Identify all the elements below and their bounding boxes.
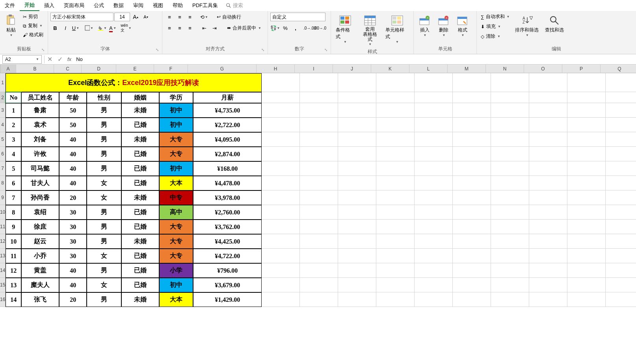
- cell[interactable]: [415, 234, 453, 249]
- cell[interactable]: [606, 234, 636, 249]
- data-cell[interactable]: 已婚: [121, 205, 159, 220]
- fill-color-button[interactable]: ▼: [98, 24, 107, 32]
- cell[interactable]: [453, 234, 491, 249]
- cell[interactable]: [453, 147, 491, 161]
- data-cell[interactable]: 女: [87, 278, 121, 292]
- number-format-select[interactable]: [270, 13, 325, 21]
- cell[interactable]: [338, 220, 376, 234]
- data-cell[interactable]: 袁术: [21, 118, 59, 132]
- cut-button[interactable]: ✂剪切: [21, 13, 45, 21]
- cell[interactable]: [567, 147, 606, 161]
- cell[interactable]: [606, 92, 636, 103]
- cell[interactable]: [376, 249, 415, 263]
- cell[interactable]: [415, 292, 453, 307]
- cell[interactable]: [453, 249, 491, 263]
- cell[interactable]: [338, 292, 376, 307]
- cell[interactable]: [338, 118, 376, 132]
- cell[interactable]: [491, 176, 529, 190]
- cell[interactable]: [529, 263, 567, 278]
- tab-pdf[interactable]: PDF工具集: [188, 0, 223, 11]
- align-middle-button[interactable]: ≡: [175, 13, 184, 21]
- data-cell[interactable]: 11: [6, 249, 21, 263]
- data-cell[interactable]: 司马懿: [21, 161, 59, 176]
- col-header-F[interactable]: F: [154, 65, 188, 73]
- cell[interactable]: [606, 190, 636, 205]
- data-cell[interactable]: 已婚: [121, 249, 159, 263]
- data-cell[interactable]: 已婚: [121, 278, 159, 292]
- data-cell[interactable]: 中专: [159, 190, 193, 205]
- cell[interactable]: [338, 176, 376, 190]
- cell[interactable]: [338, 190, 376, 205]
- data-cell[interactable]: 40: [59, 176, 87, 190]
- cell[interactable]: [529, 292, 567, 307]
- cell[interactable]: [453, 176, 491, 190]
- data-cell[interactable]: 未婚: [121, 103, 159, 118]
- cell[interactable]: [567, 176, 606, 190]
- data-cell[interactable]: 50: [59, 118, 87, 132]
- data-cell[interactable]: 大本: [159, 292, 193, 307]
- data-cell[interactable]: 未婚: [121, 234, 159, 249]
- decrease-decimal-button[interactable]: .00→.0: [315, 24, 325, 32]
- cell[interactable]: [376, 263, 415, 278]
- col-header-H[interactable]: H: [257, 65, 295, 73]
- cell[interactable]: [415, 161, 453, 176]
- data-cell[interactable]: 未婚: [121, 132, 159, 147]
- data-cell[interactable]: 30: [59, 234, 87, 249]
- data-cell[interactable]: 大专: [159, 220, 193, 234]
- cell[interactable]: [338, 278, 376, 292]
- title-cell[interactable]: Excel函数公式：Excel2019应用技巧解读: [6, 73, 262, 92]
- data-cell[interactable]: 大本: [159, 176, 193, 190]
- data-cell[interactable]: 30: [59, 220, 87, 234]
- font-name-select[interactable]: [50, 13, 113, 21]
- name-box[interactable]: A2 ▼: [2, 55, 42, 64]
- data-cell[interactable]: 已婚: [121, 118, 159, 132]
- cell[interactable]: [567, 278, 606, 292]
- cells-area[interactable]: Excel函数公式：Excel2019应用技巧解读No员工姓名年龄性别婚姻学历月…: [6, 73, 636, 307]
- cell[interactable]: [606, 73, 636, 92]
- cell[interactable]: [300, 132, 338, 147]
- data-cell[interactable]: 甘夫人: [21, 176, 59, 190]
- border-button[interactable]: ▼: [84, 24, 94, 32]
- cell[interactable]: [300, 103, 338, 118]
- row-header-5[interactable]: 5: [0, 132, 6, 147]
- table-format-button[interactable]: 套用 表格格式▼: [358, 13, 381, 48]
- data-cell[interactable]: ¥1,429.00: [193, 292, 262, 307]
- data-cell[interactable]: 5: [6, 161, 21, 176]
- cell[interactable]: [376, 103, 415, 118]
- row-header-1[interactable]: 1: [0, 73, 6, 92]
- cell[interactable]: [338, 263, 376, 278]
- format-painter-button[interactable]: 🖌格式刷: [21, 31, 45, 39]
- row-header-3[interactable]: 3: [0, 103, 6, 118]
- dialog-launcher-icon[interactable]: ⤡: [324, 48, 329, 52]
- cell[interactable]: [606, 249, 636, 263]
- cell[interactable]: [453, 73, 491, 92]
- data-cell[interactable]: 13: [6, 278, 21, 292]
- cell[interactable]: [453, 220, 491, 234]
- cell[interactable]: [262, 161, 300, 176]
- data-cell[interactable]: ¥3,978.00: [193, 190, 262, 205]
- data-cell[interactable]: 10: [6, 234, 21, 249]
- data-cell[interactable]: 14: [6, 292, 21, 307]
- data-cell[interactable]: 30: [59, 205, 87, 220]
- cell[interactable]: [567, 292, 606, 307]
- cell[interactable]: [376, 292, 415, 307]
- row-header-11[interactable]: 11: [0, 220, 6, 234]
- header-cell[interactable]: 员工姓名: [21, 92, 59, 103]
- cell[interactable]: [338, 92, 376, 103]
- header-cell[interactable]: 年龄: [59, 92, 87, 103]
- cell[interactable]: [262, 73, 300, 92]
- data-cell[interactable]: 大专: [159, 234, 193, 249]
- data-cell[interactable]: 初中: [159, 118, 193, 132]
- cell[interactable]: [567, 220, 606, 234]
- increase-font-button[interactable]: A▴: [131, 13, 140, 21]
- header-cell[interactable]: No: [6, 92, 21, 103]
- cell[interactable]: [262, 220, 300, 234]
- align-center-button[interactable]: ≡: [175, 24, 184, 32]
- cell[interactable]: [529, 132, 567, 147]
- col-header-K[interactable]: K: [371, 65, 409, 73]
- cell[interactable]: [453, 161, 491, 176]
- cell[interactable]: [567, 118, 606, 132]
- cell[interactable]: [491, 132, 529, 147]
- data-cell[interactable]: 鲁肃: [21, 103, 59, 118]
- cell[interactable]: [453, 205, 491, 220]
